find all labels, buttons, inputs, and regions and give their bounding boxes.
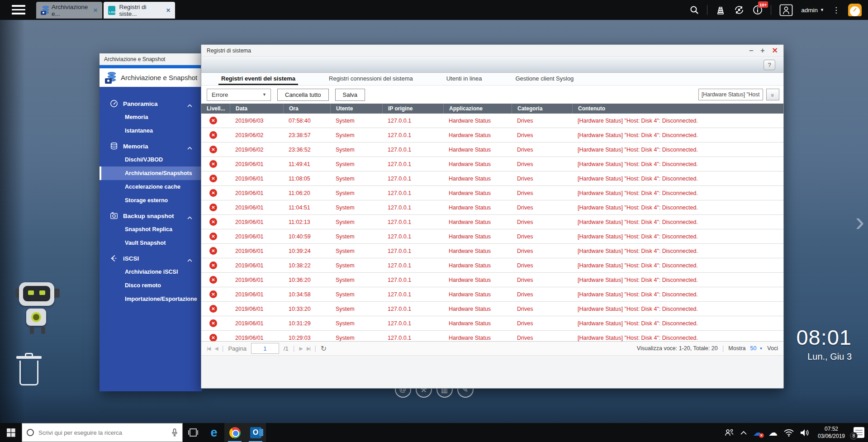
table-row[interactable]: ✕ 2019/06/01 11:06:20 System 127.0.0.1 H… [201,186,783,200]
sidebar-item-storage-esterno[interactable]: Storage esterno [100,194,202,207]
user-avatar-icon[interactable] [779,4,793,16]
close-icon[interactable]: ✕ [93,7,98,14]
background-tasks-icon[interactable] [716,5,726,15]
table-row[interactable]: ✕ 2019/06/01 10:33:20 System 127.0.0.1 H… [201,302,783,316]
help-button[interactable]: ? [764,60,775,70]
tab-registri-eventi[interactable]: Registri eventi del sistema [218,75,298,85]
system-info-icon[interactable]: 10+ [753,5,763,15]
edge-browser-icon[interactable]: e [204,423,224,442]
col-categoria[interactable]: Categoria [512,104,572,114]
level-filter-select[interactable]: Errore ▼ [207,89,271,101]
table-row[interactable]: ✕ 2019/06/01 10:34:58 System 127.0.0.1 H… [201,287,783,302]
sidebar-item-dischi-vjbod[interactable]: Dischi/VJBOD [100,153,202,166]
onedrive-icon[interactable]: ☁ [768,428,778,437]
col-utente[interactable]: Utente [330,104,382,114]
advanced-search-icon[interactable]: » [766,89,779,100]
col-livello[interactable]: Livell... [201,104,230,114]
search-icon[interactable] [690,5,699,14]
table-row[interactable]: ✕ 2019/06/01 10:31:29 System 127.0.0.1 H… [201,316,783,331]
wifi-icon[interactable] [784,429,794,437]
chrome-glyph [229,427,241,438]
task-view-button[interactable] [183,423,204,442]
chrome-browser-icon[interactable] [224,423,245,442]
action-center-icon[interactable]: 8 [854,427,864,438]
clock-time: 08:01 [796,325,852,350]
minimize-icon[interactable]: − [749,47,753,54]
main-menu-icon[interactable] [12,5,25,15]
tray-clock[interactable]: 07:52 03/06/2019 [816,425,847,440]
sidebar-menu: PanoramicaMemoriaIstantaneaMemoriaDischi… [100,87,202,391]
sidebar-item-iscsi[interactable]: iSCSI [100,252,202,265]
event-notifications-icon[interactable] [734,5,745,15]
sidebar-item-accelerazione-cache[interactable]: Accelerazione cache [100,180,202,194]
user-menu[interactable]: admin ▼ [801,7,824,14]
iscsi-icon [109,254,119,262]
log-search-input[interactable] [698,89,763,100]
next-desktop-page-arrow[interactable]: › [855,206,864,237]
start-button[interactable] [0,423,22,442]
resource-monitor-icon[interactable] [848,4,862,16]
table-row[interactable]: ✕ 2019/06/01 10:29:03 System 127.0.0.1 H… [201,331,783,341]
onedrive-error-icon[interactable]: ☁✕ [753,428,762,437]
sidebar-item-snapshot-replica[interactable]: Snapshot Replica [100,223,202,236]
sidebar-item-vault-snapshot[interactable]: Vault Snapshot [100,236,202,250]
table-row[interactable]: ✕ 2019/06/01 11:04:51 System 127.0.0.1 H… [201,200,783,215]
refresh-icon[interactable]: ↻ [321,344,327,353]
outlook-icon[interactable]: O [245,423,266,442]
error-level-icon: ✕ [209,189,217,197]
tab-gestione-syslog[interactable]: Gestione client Syslog [513,75,577,85]
first-page-icon[interactable]: |◀ [207,346,210,352]
table-row[interactable]: ✕ 2019/06/01 10:39:24 System 127.0.0.1 H… [201,244,783,258]
table-row[interactable]: ✕ 2019/06/01 11:49:41 System 127.0.0.1 H… [201,157,783,171]
window-toolzone: ? [201,57,783,73]
table-row[interactable]: ✕ 2019/06/02 23:36:52 System 127.0.0.1 H… [201,143,783,157]
table-row[interactable]: ✕ 2019/06/01 10:36:20 System 127.0.0.1 H… [201,273,783,287]
tab-utenti-in-linea[interactable]: Utenti in linea [444,75,485,85]
table-row[interactable]: ✕ 2019/06/02 23:38:57 System 127.0.0.1 H… [201,128,783,143]
table-row[interactable]: ✕ 2019/06/01 11:08:05 System 127.0.0.1 H… [201,171,783,186]
col-contenuto[interactable]: Contenuto [572,104,783,114]
save-button[interactable]: Salva [335,89,365,101]
prev-page-icon[interactable]: ◀ [214,346,217,352]
sidebar-item-panoramica[interactable]: Panoramica [100,97,202,110]
tab-registri[interactable]: LOG Registri di siste... ✕ [104,2,175,19]
sidebar-item-disco-remoto[interactable]: Disco remoto [100,279,202,292]
tab-registri-connessioni[interactable]: Registri connessioni del sistema [326,75,416,85]
windows-search-input[interactable] [38,429,167,436]
sidebar-item-backup-snapshot[interactable]: Backup snapshot [100,209,202,223]
volume-icon[interactable] [800,429,809,437]
page-number-input[interactable] [251,343,279,354]
table-row[interactable]: ✕ 2019/06/01 10:40:59 System 127.0.0.1 H… [201,229,783,244]
table-row[interactable]: ✕ 2019/06/01 10:38:22 System 127.0.0.1 H… [201,258,783,273]
clear-all-button[interactable]: Cancella tutto [277,89,329,101]
col-data[interactable]: Data [230,104,283,114]
next-page-icon[interactable]: ▶ [299,346,302,352]
close-icon[interactable]: ✕ [166,7,171,14]
col-ip[interactable]: IP origine [382,104,443,114]
error-level-icon: ✕ [209,218,217,226]
windows-search-box[interactable] [22,423,183,442]
col-applicazione[interactable]: Applicazione [443,104,512,114]
close-icon[interactable]: ✕ [772,47,778,54]
sidebar-item-archiviazione-snapshots[interactable]: Archiviazione/Snapshots [100,166,202,180]
microphone-icon[interactable] [171,428,178,437]
col-ora[interactable]: Ora [283,104,330,114]
sidebar-item-memoria[interactable]: Memoria [100,139,202,153]
clock-date: Lun., Giu 3 [796,352,852,362]
tab-archiviazione[interactable]: Archiviazione e... ✕ [36,2,102,19]
sidebar-item-importazione-esportazione[interactable]: Importazione/Esportazione [100,292,202,306]
maximize-icon[interactable]: + [760,47,764,54]
last-page-icon[interactable]: ▶| [307,346,310,352]
page-size-select[interactable]: 50 ▼ [750,345,763,352]
sidebar-item-istantanea[interactable]: Istantanea [100,124,202,138]
chevron-down-icon: ▼ [759,347,763,351]
window-titlebar[interactable]: Registri di sistema − + ✕ [201,45,783,57]
table-row[interactable]: ✕ 2019/06/03 07:58:40 System 127.0.0.1 H… [201,114,783,128]
table-row[interactable]: ✕ 2019/06/01 11:02:13 System 127.0.0.1 H… [201,215,783,229]
people-icon[interactable] [724,428,734,437]
sidebar-item-archiviazione-iscsi[interactable]: Archiviazione iSCSI [100,265,202,279]
window-titlebar[interactable]: Archiviazione e Snapshot [100,53,202,65]
tray-expand-chevron-icon[interactable] [740,431,747,435]
more-options-icon[interactable]: ⋮ [832,5,840,15]
sidebar-item-memoria[interactable]: Memoria [100,110,202,124]
